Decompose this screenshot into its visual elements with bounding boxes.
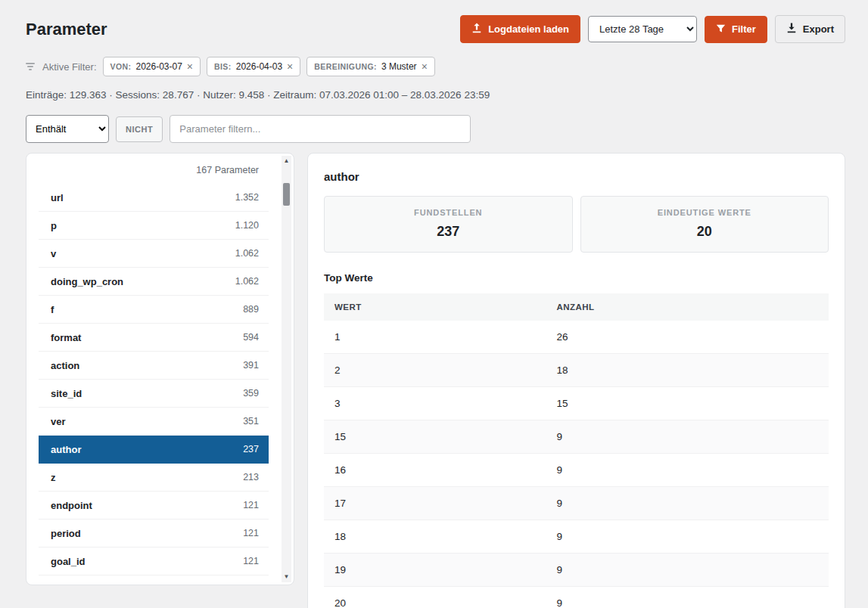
list-item-f[interactable]: f 889 <box>39 296 269 324</box>
top-bar: Parameter Logdateien laden Letzte 28 Tag… <box>0 0 868 43</box>
list-item-z[interactable]: z 213 <box>39 464 269 492</box>
upload-icon <box>471 23 482 36</box>
page-title: Parameter <box>26 20 107 39</box>
match-mode-select[interactable]: Enthält <box>26 115 109 143</box>
chip-key: BEREINIGUNG: <box>314 62 377 71</box>
list-item-ver[interactable]: ver 351 <box>39 408 269 436</box>
chip-close-icon[interactable]: × <box>287 61 293 72</box>
stats-summary: Einträge: 129.363 · Sessions: 28.767 · N… <box>26 89 868 101</box>
export-button[interactable]: Export <box>775 15 845 43</box>
list-item-period[interactable]: period 121 <box>39 520 269 548</box>
download-icon <box>786 23 797 36</box>
detail-title: author <box>324 170 829 183</box>
filter-chip-bis: BIS: 2026-04-03 × <box>207 57 300 76</box>
table-row: 1 26 <box>324 321 829 354</box>
list-item-doing_wp_cron[interactable]: doing_wp_cron 1.062 <box>39 268 269 296</box>
parameter-list: 167 Parameter url 1.352 p 1.120 v 1.062 … <box>39 154 269 575</box>
table-row: 19 9 <box>324 554 829 587</box>
stat-card-fundstellen: FUNDSTELLEN 237 <box>324 196 573 253</box>
list-item-url[interactable]: url 1.352 <box>39 184 269 212</box>
list-item-goal_id[interactable]: goal_id 121 <box>39 548 269 575</box>
chip-key: BIS: <box>214 62 232 71</box>
table-row: 15 9 <box>324 420 829 454</box>
filter-icon <box>716 23 726 36</box>
not-toggle-button[interactable]: NICHT <box>116 116 163 142</box>
list-item-v[interactable]: v 1.062 <box>39 240 269 268</box>
table-row: 2 18 <box>324 354 829 387</box>
filter-bar: Enthält NICHT <box>26 115 868 143</box>
stat-card-label: FUNDSTELLEN <box>332 208 565 217</box>
filter-chip-von: VON: 2026-03-07 × <box>103 57 201 76</box>
scroll-down-arrow-icon[interactable]: ▼ <box>282 572 291 582</box>
stat-card-label: EINDEUTIGE WERTE <box>589 208 821 217</box>
parameter-search-input[interactable] <box>170 115 471 143</box>
table-row: 3 15 <box>324 387 829 420</box>
column-header-anzahl: ANZAHL <box>546 293 829 321</box>
date-range-select[interactable]: Letzte 28 Tage <box>588 16 697 42</box>
list-item-endpoint[interactable]: endpoint 121 <box>39 492 269 520</box>
load-logs-button[interactable]: Logdateien laden <box>460 15 580 43</box>
scroll-up-arrow-icon[interactable]: ▲ <box>282 156 291 166</box>
active-filters-label: Aktive Filter: <box>42 61 97 73</box>
list-item-action[interactable]: action 391 <box>39 352 269 380</box>
list-scrollbar[interactable]: ▲ ▼ <box>282 156 291 582</box>
stat-card-value: 20 <box>589 224 821 240</box>
filter-button-label: Filter <box>732 23 756 35</box>
column-header-wert: WERT <box>324 293 546 321</box>
parameter-list-panel: 167 Parameter url 1.352 p 1.120 v 1.062 … <box>26 153 294 585</box>
parameter-detail-panel: author FUNDSTELLEN 237 EINDEUTIGE WERTE … <box>307 153 845 608</box>
chip-value: 3 Muster <box>381 61 417 72</box>
stat-card-value: 237 <box>332 224 565 240</box>
parameter-count-label: 167 Parameter <box>39 154 269 184</box>
chip-close-icon[interactable]: × <box>187 61 193 72</box>
table-header-row: WERT ANZAHL <box>324 293 829 321</box>
chip-close-icon[interactable]: × <box>422 61 428 72</box>
filter-lines-icon <box>26 63 35 70</box>
export-button-label: Export <box>803 23 834 35</box>
chip-key: VON: <box>110 62 132 71</box>
table-row: 18 9 <box>324 520 829 554</box>
filter-button[interactable]: Filter <box>705 16 767 43</box>
load-logs-label: Logdateien laden <box>488 23 569 35</box>
stat-cards: FUNDSTELLEN 237 EINDEUTIGE WERTE 20 <box>324 196 829 253</box>
list-item-p[interactable]: p 1.120 <box>39 212 269 240</box>
scrollbar-thumb[interactable] <box>283 183 290 206</box>
list-item-format[interactable]: format 594 <box>39 324 269 352</box>
top-values-table: WERT ANZAHL 1 26 2 18 3 15 15 <box>324 293 829 608</box>
list-item-author-selected[interactable]: author 237 <box>39 436 269 464</box>
chip-value: 2026-04-03 <box>236 61 282 72</box>
table-row: 20 9 <box>324 587 829 608</box>
list-item-site_id[interactable]: site_id 359 <box>39 380 269 408</box>
chip-value: 2026-03-07 <box>135 61 182 72</box>
stat-card-eindeutige-werte: EINDEUTIGE WERTE 20 <box>580 196 829 253</box>
table-row: 16 9 <box>324 454 829 487</box>
filter-chip-bereinigung: BEREINIGUNG: 3 Muster × <box>306 57 435 76</box>
top-values-title: Top Werte <box>324 272 829 284</box>
topbar-actions: Logdateien laden Letzte 28 Tage Filter E… <box>460 15 845 43</box>
table-row: 17 9 <box>324 487 829 520</box>
active-filters-row: Aktive Filter: VON: 2026-03-07 × BIS: 20… <box>26 57 868 76</box>
main-content: 167 Parameter url 1.352 p 1.120 v 1.062 … <box>26 153 845 608</box>
